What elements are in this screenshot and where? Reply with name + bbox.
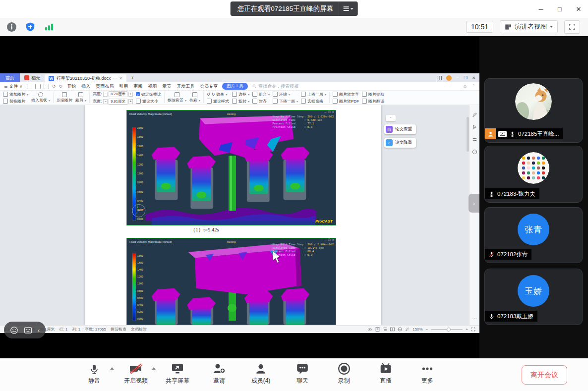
border-button[interactable]: 边框▾ [232,92,249,97]
chat-button[interactable]: 聊天 [282,362,323,385]
bell-icon[interactable] [463,84,467,89]
minimize-button[interactable]: ─ [531,0,550,18]
document-page[interactable]: Fluid Velocity Magnitude [m/sec] mixing … [85,105,381,325]
image-to-pdf-button[interactable]: 图片转PDF [333,99,359,104]
select-cursor-icon[interactable] [472,124,477,130]
color-button[interactable]: 色彩▾ [189,92,200,103]
edit-pen-icon[interactable] [472,112,477,117]
remove-background-button[interactable]: 抠除背景▾ [168,92,186,103]
eye-protect-icon[interactable] [367,328,372,332]
fit-fullscreen-icon[interactable] [471,327,475,332]
file-menu[interactable]: ☰ 文件 ∨ [4,83,22,90]
bring-forward-button[interactable]: 上移一层▾ [301,92,326,97]
rotate-right-icon[interactable]: ↻ [212,92,215,97]
more-button[interactable]: 更多 [407,362,448,385]
zoom-slider[interactable] [431,329,463,330]
live-stream-button[interactable]: 直播 [365,362,407,385]
record-button[interactable]: 录制 [323,362,365,385]
close-button[interactable]: ✕ [569,0,588,18]
share-screen-button[interactable]: 共享屏幕 [157,362,198,385]
command-search[interactable]: 查找命令，搜索模板 [252,83,298,90]
crop-button[interactable]: 裁剪▾ [75,92,86,103]
members-button[interactable]: 成员(4) [240,362,282,385]
web-view-icon[interactable] [398,327,402,332]
mute-button[interactable]: 静音 [73,362,115,385]
wps-close-icon[interactable]: ✕ [472,75,475,80]
add-image-button[interactable]: 添加图片▾ [3,92,28,97]
compress-image-button[interactable]: 压缩图片 [57,92,72,103]
width-value[interactable]: 9.91厘米 [109,99,127,105]
wps-tab-docer[interactable]: 稻壳 [20,73,45,82]
fullscreen-button[interactable] [564,20,580,34]
meeting-info-button[interactable] [5,20,18,33]
invite-button[interactable]: 邀请 [198,362,240,385]
page-view-icon[interactable] [375,327,380,332]
wps-account-avatar[interactable] [446,75,452,81]
plus-button[interactable]: + [128,99,133,104]
tab-pin-icon[interactable]: ▭ [114,76,117,80]
participant-tile[interactable]: 072185王直峰... [484,78,583,143]
mic-options-caret[interactable] [110,367,114,370]
collapse-pill-icon[interactable]: ‹ [38,327,40,334]
reset-size-button[interactable]: 重设大小 [136,99,161,104]
align-button[interactable]: 对齐 [252,99,270,104]
wps-minimize-icon[interactable]: ─ [456,75,459,80]
effect-button[interactable]: ↺↻效果▾ [207,92,229,97]
group-button[interactable]: 组合▾ [252,92,270,97]
print-icon[interactable] [35,84,41,89]
view-mode-button[interactable]: 演讲者视图 [500,20,558,33]
collapse-ribbon-icon[interactable]: ⌃ [471,84,475,89]
participant-tile[interactable]: 张青 072182张青 [484,207,583,263]
quick-access-toolbar[interactable]: ↺ ↻ [27,84,62,89]
new-tab-button[interactable]: + [126,73,138,82]
outline-view-icon[interactable] [383,327,387,332]
send-backward-button[interactable]: 下移一层▾ [273,99,298,104]
selection-pane-button[interactable]: 选择窗格 [301,99,326,104]
help-icon[interactable]: ? [472,149,477,155]
ribbon-tabs[interactable]: 开始插入页面布局引用审阅视图章节开发工具会员专享 [67,83,218,90]
wrap-button[interactable]: 环绕▾ [273,92,298,97]
security-button[interactable] [24,20,37,33]
procast-figure-1[interactable]: Fluid Velocity Magnitude [m/sec] mixing … [126,110,336,225]
leave-meeting-button[interactable]: 离开会议 [522,365,567,385]
height-stepper[interactable]: − 8.20厘米 + [103,91,133,97]
paper-check-button[interactable]: ▤ 论文查重 [384,124,416,134]
width-stepper[interactable]: − 9.91厘米 + [103,99,133,105]
image-translate-button[interactable]: 图片翻译 [362,99,384,104]
floating-reaction-bar[interactable]: ‹ [4,322,46,338]
minus-button[interactable]: − [103,92,108,97]
zoom-slider-knob[interactable] [447,328,451,332]
collapse-video-panel-handle[interactable]: › [469,194,479,213]
insert-shape-button[interactable]: 插入形状▾ [31,92,50,103]
document-canvas[interactable]: Fluid Velocity Magnitude [m/sec] mixing … [0,105,479,325]
zoom-out-button[interactable]: − [426,327,428,332]
banner-menu-button[interactable] [338,1,357,16]
wps-tab-document[interactable]: W 行星架20210310-初稿.docx ▭ ✕ [45,74,126,82]
multipage-view-icon[interactable] [390,327,395,332]
annotate-pen-icon[interactable] [405,327,410,332]
split-layout-icon[interactable] [437,76,442,80]
image-extract-button[interactable]: 图片提取 [362,92,384,97]
image-to-text-button[interactable]: 图片转文字 [333,92,359,97]
wps-tab-home[interactable]: 首页 [0,73,20,82]
procast-figure-2[interactable]: Fluid Velocity Magnitude [m/sec] mixing … [126,238,336,325]
adjust-sliders-icon[interactable] [472,137,477,142]
lock-aspect-checkbox[interactable]: ✓锁定纵横比 [136,92,161,97]
zoom-in-button[interactable]: + [466,327,468,332]
minus-button[interactable]: − [103,99,108,104]
save-icon[interactable] [27,84,32,89]
reset-style-button[interactable]: 重设样式 [207,99,229,104]
height-value[interactable]: 8.20厘米 [109,91,127,97]
participant-tile[interactable]: 玉娇 072183戴玉娇 [484,269,583,325]
preview-icon[interactable] [44,84,49,89]
collapse-panel-button[interactable]: ⌃ [386,115,396,121]
participant-tile[interactable]: 072183-魏力夫 [484,146,583,203]
rotate-left-icon[interactable]: ↺ [207,92,210,97]
tab-close-icon[interactable]: ✕ [119,76,122,81]
maximize-button[interactable]: □ [550,0,569,18]
plus-button[interactable]: + [128,92,133,97]
wps-restore-icon[interactable]: ❐ [464,75,468,80]
picture-tools-tab[interactable]: 图片工具 [222,83,248,90]
redo-icon[interactable]: ↻ [59,84,63,89]
zoom-level[interactable]: 150% [412,327,422,332]
